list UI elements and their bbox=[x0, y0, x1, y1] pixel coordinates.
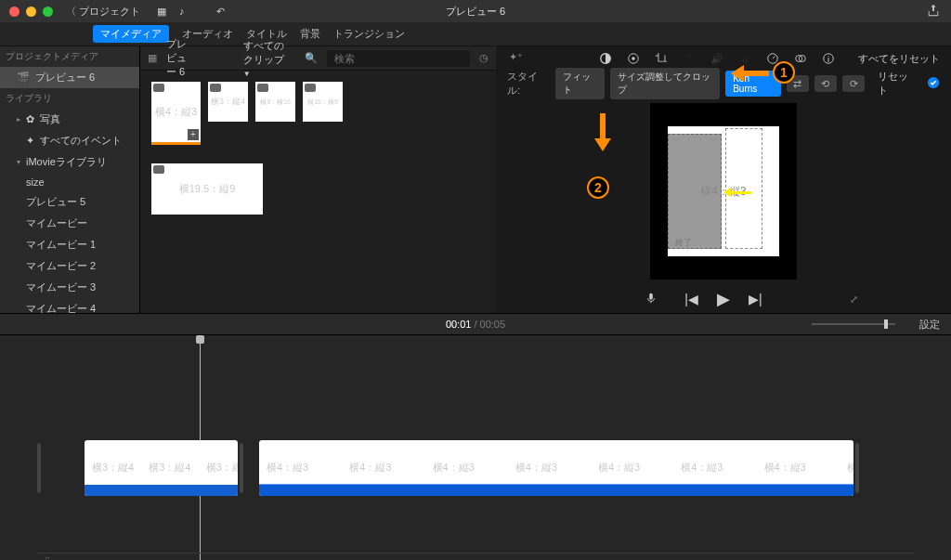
clock-icon[interactable]: ◷ bbox=[479, 52, 489, 64]
sidebar: プロジェクトメディア 🎬 プレビュー 6 ライブラリ ▸ ✿ 写真 ✦ すべての… bbox=[0, 46, 140, 313]
svg-text:i: i bbox=[827, 54, 829, 64]
next-frame-icon[interactable]: ▶| bbox=[749, 292, 762, 306]
sidebar-item-label: マイムービー 3 bbox=[26, 280, 96, 294]
sidebar-item[interactable]: プレビュー 5 bbox=[0, 191, 139, 213]
noise-icon[interactable]: ♫ bbox=[737, 51, 752, 66]
preview-panel: ✦⁺ ⸋ 🔊 ♫ i すべてをリセット スタイル: フィット サイズ調整してクロ… bbox=[496, 46, 951, 313]
end-label: 終了 bbox=[675, 237, 692, 249]
timeline-clip[interactable]: 横4：縦3 横4：縦3 横4：縦3 横4：縦3 横4：縦3 横4：縦3 横4：縦… bbox=[259, 440, 853, 496]
speed-icon[interactable] bbox=[765, 51, 780, 66]
timeline-clip[interactable]: 横3：縦4 横3：縦4 横3：縦4 横3：縦4 bbox=[85, 440, 238, 496]
chevron-left-icon: 〈 bbox=[66, 5, 76, 19]
filter-icon[interactable] bbox=[793, 51, 808, 66]
svg-point-2 bbox=[632, 57, 635, 60]
clip-frame-label: 横4：縦3 bbox=[267, 461, 308, 475]
time-display-bar: 00:01 / 00:05 設定 bbox=[0, 313, 951, 335]
prev-frame-icon[interactable]: |◀ bbox=[684, 292, 698, 306]
media-clip[interactable]: 横19.5：縦9 bbox=[151, 163, 263, 215]
crop-icon[interactable] bbox=[654, 51, 669, 66]
search-icon: 🔍 bbox=[305, 52, 318, 64]
microphone-icon[interactable] bbox=[645, 292, 658, 306]
tab-background[interactable]: 背景 bbox=[300, 27, 320, 41]
color-wheel-icon[interactable] bbox=[626, 51, 641, 66]
volume-icon[interactable]: 🔊 bbox=[710, 51, 724, 66]
timeline[interactable]: 横3：縦4 横3：縦4 横3：縦4 横3：縦4 横4：縦3 横4：縦3 横4：縦… bbox=[0, 335, 951, 560]
sidebar-item[interactable]: マイムービー 1 bbox=[0, 234, 139, 255]
clip-frame-label: 横4：縦3 bbox=[764, 461, 806, 475]
clip-frame-label: 横4：縦3 bbox=[681, 461, 723, 475]
clip-label: 横3：縦4 bbox=[211, 96, 245, 108]
style-fit[interactable]: フィット bbox=[555, 68, 605, 99]
clip-frame-label: 横4：縦3 bbox=[515, 461, 557, 475]
project-media-header: プロジェクトメディア bbox=[0, 46, 139, 67]
add-icon[interactable]: + bbox=[188, 129, 199, 140]
list-view-icon[interactable]: ▦ bbox=[148, 52, 157, 64]
style-ken-burns[interactable]: Ken Burns bbox=[725, 71, 780, 97]
sidebar-current-project[interactable]: 🎬 プレビュー 6 bbox=[0, 67, 139, 88]
info-icon[interactable]: i bbox=[821, 51, 836, 66]
clip-label: 横16：横9 bbox=[307, 98, 338, 107]
zoom-slider[interactable] bbox=[812, 323, 895, 325]
music-icon[interactable]: ♪ bbox=[179, 6, 185, 18]
fullscreen-icon[interactable]: ⤢ bbox=[850, 293, 858, 306]
sidebar-item-label: プレビュー 6 bbox=[35, 71, 95, 85]
library-icon[interactable]: ▦ bbox=[157, 6, 166, 18]
undo-icon[interactable]: ↶ bbox=[216, 6, 225, 18]
settings-button[interactable]: 設定 bbox=[919, 318, 940, 332]
media-clip[interactable]: 横4：縦3+ bbox=[151, 82, 201, 145]
clip-label: 横19.5：縦9 bbox=[179, 182, 236, 196]
audio-track[interactable]: ♫ bbox=[37, 553, 914, 560]
magic-wand-icon[interactable]: ✦⁺ bbox=[509, 51, 523, 63]
reset-all-button[interactable]: すべてをリセット bbox=[858, 52, 940, 66]
stabilize-icon[interactable]: ⸋ bbox=[682, 51, 697, 66]
svg-rect-9 bbox=[649, 293, 653, 300]
sidebar-item[interactable]: マイムービー bbox=[0, 213, 139, 234]
reset-button[interactable]: リセット bbox=[878, 70, 916, 98]
playback-controls: |◀ ▶ ▶| ⤢ bbox=[496, 285, 951, 313]
titlebar: 〈 プロジェクト ▦ ♪ ↶ プレビュー 6 bbox=[0, 0, 951, 22]
sidebar-item[interactable]: size bbox=[0, 173, 139, 191]
clip-grid: 横4：縦3+ 横3：縦4 横9：横16 横16：横9 横19.5：縦9 bbox=[140, 71, 496, 226]
clapperboard-icon: 🎬 bbox=[17, 72, 30, 84]
sidebar-item-label: マイムービー 1 bbox=[26, 238, 96, 252]
style-crop[interactable]: サイズ調整してクロップ bbox=[610, 68, 720, 99]
media-clip[interactable]: 横3：縦4 bbox=[208, 82, 248, 122]
tab-my-media[interactable]: マイメディア bbox=[93, 25, 169, 43]
search-input[interactable] bbox=[327, 50, 470, 67]
swap-icon[interactable]: ⇄ bbox=[787, 75, 809, 92]
sidebar-imovie-library[interactable]: ▾ iMovieライブラリ bbox=[0, 151, 139, 173]
clip-handle[interactable] bbox=[240, 443, 243, 493]
star-icon: ✦ bbox=[26, 135, 34, 147]
apply-check-icon[interactable] bbox=[927, 76, 940, 91]
maximize-window[interactable] bbox=[43, 7, 53, 17]
sidebar-photos[interactable]: ▸ ✿ 写真 bbox=[0, 109, 139, 130]
window-controls bbox=[0, 7, 53, 17]
color-balance-icon[interactable] bbox=[598, 51, 613, 66]
play-icon[interactable]: ▶ bbox=[717, 289, 730, 309]
rotate-ccw-icon[interactable]: ⟲ bbox=[814, 75, 837, 92]
disclosure-icon: ▸ bbox=[17, 115, 20, 124]
sidebar-item[interactable]: マイムービー 3 bbox=[0, 277, 139, 298]
close-window[interactable] bbox=[9, 7, 20, 17]
clip-handle[interactable] bbox=[37, 443, 41, 493]
clip-frame-label: 横4：縦3 bbox=[847, 461, 853, 475]
sidebar-item-label: プレビュー 5 bbox=[26, 195, 85, 209]
crop-style-row: スタイル: フィット サイズ調整してクロップ Ken Burns ⇄ ⟲ ⟳ リ… bbox=[496, 71, 951, 97]
clip-frame-label: 横4：縦3 bbox=[349, 461, 391, 475]
media-clip[interactable]: 横9：横16 bbox=[255, 82, 295, 122]
video-track: 横3：縦4 横3：縦4 横3：縦4 横3：縦4 横4：縦3 横4：縦3 横4：縦… bbox=[0, 433, 951, 502]
sidebar-item-label: iMovieライブラリ bbox=[26, 155, 107, 169]
share-icon[interactable] bbox=[927, 4, 940, 19]
sidebar-all-events[interactable]: ✦ すべてのイベント bbox=[0, 130, 139, 151]
preview-viewport[interactable]: 横4：縦3 終了 bbox=[496, 97, 951, 285]
sidebar-item[interactable]: マイムービー 2 bbox=[0, 255, 139, 277]
minimize-window[interactable] bbox=[26, 7, 36, 17]
tab-transition[interactable]: トランジション bbox=[333, 27, 405, 41]
clip-handle[interactable] bbox=[855, 443, 859, 493]
rotate-cw-icon[interactable]: ⟳ bbox=[842, 75, 865, 92]
camera-icon bbox=[153, 165, 164, 174]
media-tabs: マイメディア オーディオ タイトル 背景 トランジション bbox=[0, 22, 951, 46]
back-to-projects[interactable]: 〈 プロジェクト bbox=[66, 5, 140, 19]
sidebar-item-label: size bbox=[26, 176, 45, 188]
media-clip[interactable]: 横16：横9 bbox=[303, 82, 343, 122]
